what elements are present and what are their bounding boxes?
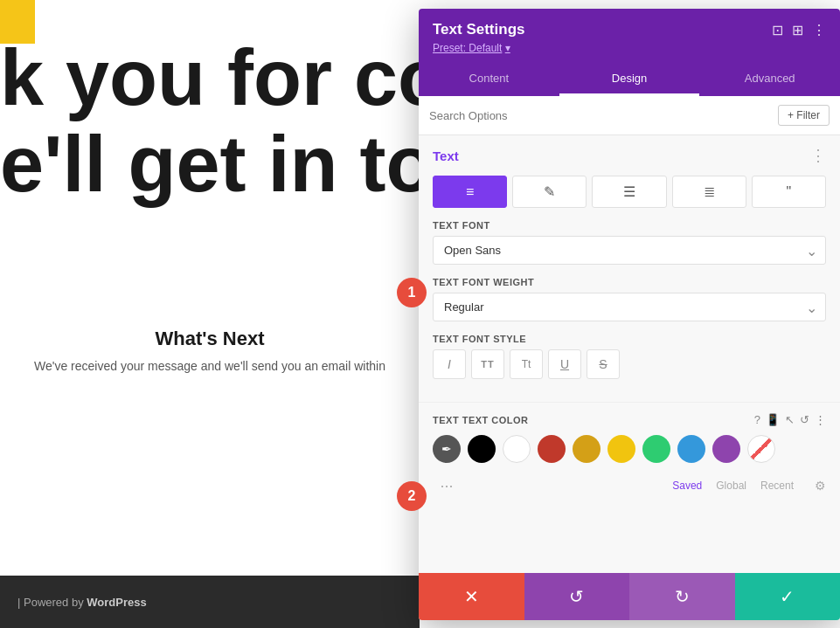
panel-header-top: Text Settings ⊡ ⊞ ⋮ bbox=[433, 21, 826, 38]
text-font-weight-group: Text Font Weight Thin Light Regular Medi… bbox=[433, 277, 826, 321]
footer-text: | Powered by WordPress bbox=[17, 596, 147, 609]
recent-tab[interactable]: Recent bbox=[760, 480, 794, 492]
color-cursor-icon[interactable]: ↖ bbox=[785, 413, 795, 426]
search-bar: + Filter bbox=[419, 96, 840, 135]
color-label: Text Text Color bbox=[433, 415, 529, 425]
whats-next-subtitle: We've received your message and we'll se… bbox=[17, 359, 402, 373]
step-badge-1: 1 bbox=[397, 278, 427, 307]
text-font-label: Text Font bbox=[433, 220, 826, 231]
swatch-black[interactable] bbox=[468, 435, 496, 463]
swatch-red[interactable] bbox=[538, 435, 566, 463]
swatch-purple[interactable] bbox=[712, 435, 740, 463]
cancel-button[interactable]: ✕ bbox=[419, 573, 524, 620]
step-badge-2: 2 bbox=[397, 481, 427, 511]
text-font-group: Text Font Open Sans Roboto Lato Montserr… bbox=[433, 220, 826, 265]
text-font-weight-select-wrapper: Thin Light Regular Medium Bold bbox=[433, 293, 826, 321]
settings-panel: Text Settings ⊡ ⊞ ⋮ Preset: Default ▾ Co… bbox=[419, 9, 840, 620]
color-undo-icon[interactable]: ↺ bbox=[800, 413, 809, 426]
panel-header-icons: ⊡ ⊞ ⋮ bbox=[772, 22, 826, 38]
text-font-weight-label: Text Font Weight bbox=[433, 277, 826, 287]
align-left-btn[interactable]: ≡ bbox=[433, 176, 507, 208]
panel-body: + Filter Text ⋮ ≡ ✎ ☰ ≣ " Text Font bbox=[419, 96, 840, 573]
global-tab[interactable]: Global bbox=[716, 480, 746, 492]
text-font-select[interactable]: Open Sans Roboto Lato Montserrat bbox=[433, 236, 826, 265]
color-settings-icon[interactable]: ⚙ bbox=[815, 479, 826, 493]
swatch-green[interactable] bbox=[642, 435, 670, 463]
swatch-yellow[interactable] bbox=[607, 435, 635, 463]
text-font-style-group: Text Font Style I TT Tt U S bbox=[433, 334, 826, 379]
undo-button[interactable]: ↺ bbox=[524, 573, 630, 620]
text-section: Text ⋮ ≡ ✎ ☰ ≣ " Text Font Open Sans Rob… bbox=[419, 135, 840, 402]
italic-btn[interactable]: I bbox=[433, 349, 466, 379]
eyedropper-icon: ✒ bbox=[441, 442, 452, 456]
tab-content[interactable]: Content bbox=[419, 63, 559, 96]
style-row: I TT Tt U S bbox=[433, 349, 826, 379]
swatch-gold[interactable] bbox=[573, 435, 600, 463]
strikethrough-btn[interactable]: S bbox=[587, 349, 620, 379]
saved-tab[interactable]: Saved bbox=[672, 480, 702, 492]
color-section: Text Text Color ? 📱 ↖ ↺ ⋮ ✒ bbox=[419, 402, 840, 510]
uppercase-btn[interactable]: TT bbox=[471, 349, 504, 379]
resize-icon[interactable]: ⊡ bbox=[772, 22, 783, 38]
text-font-style-label: Text Font Style bbox=[433, 334, 826, 344]
panel-preset[interactable]: Preset: Default ▾ bbox=[433, 42, 826, 54]
whats-next-title: What's Next bbox=[17, 328, 402, 350]
color-header-icons: ? 📱 ↖ ↺ ⋮ bbox=[754, 413, 826, 426]
panel-header: Text Settings ⊡ ⊞ ⋮ Preset: Default ▾ bbox=[419, 9, 840, 63]
panel-tabs: Content Design Advanced bbox=[419, 63, 840, 96]
list-btn[interactable]: ☰ bbox=[592, 176, 666, 208]
swatch-blue[interactable] bbox=[677, 435, 705, 463]
confirm-button[interactable]: ✓ bbox=[735, 573, 841, 620]
redo-button[interactable]: ↻ bbox=[629, 573, 735, 620]
swatch-striped[interactable] bbox=[747, 435, 775, 463]
section-title: Text bbox=[433, 148, 459, 163]
text-font-select-wrapper: Open Sans Roboto Lato Montserrat bbox=[433, 236, 826, 265]
tab-advanced[interactable]: Advanced bbox=[699, 63, 840, 96]
color-picker-btn[interactable]: ✒ bbox=[433, 435, 461, 463]
tab-design[interactable]: Design bbox=[559, 63, 700, 96]
color-footer: ··· Saved Global Recent ⚙ bbox=[433, 472, 826, 500]
color-header: Text Text Color ? 📱 ↖ ↺ ⋮ bbox=[433, 413, 826, 426]
color-help-icon[interactable]: ? bbox=[754, 413, 760, 426]
titlecase-btn[interactable]: Tt bbox=[510, 349, 543, 379]
color-mobile-icon[interactable]: 📱 bbox=[766, 413, 780, 426]
quote-btn[interactable]: " bbox=[752, 176, 826, 208]
more-swatches-btn[interactable]: ··· bbox=[433, 472, 461, 500]
columns-icon[interactable]: ⊞ bbox=[792, 22, 803, 38]
edit-btn[interactable]: ✎ bbox=[512, 176, 587, 208]
footer-bar: | Powered by WordPress bbox=[0, 576, 420, 628]
whats-next-section: What's Next We've received your message … bbox=[0, 328, 420, 373]
section-header: Text ⋮ bbox=[433, 146, 826, 165]
panel-title: Text Settings bbox=[433, 21, 524, 38]
icon-row: ≡ ✎ ☰ ≣ " bbox=[433, 176, 826, 208]
action-bar: ✕ ↺ ↻ ✓ bbox=[419, 573, 840, 620]
color-footer-tabs: Saved Global Recent ⚙ bbox=[672, 479, 826, 493]
more-options-icon[interactable]: ⋮ bbox=[812, 22, 826, 38]
color-swatches: ✒ bbox=[433, 435, 826, 463]
color-more-icon[interactable]: ⋮ bbox=[815, 413, 826, 426]
text-font-weight-select[interactable]: Thin Light Regular Medium Bold bbox=[433, 293, 826, 321]
section-more-icon[interactable]: ⋮ bbox=[810, 146, 826, 165]
underline-btn[interactable]: U bbox=[548, 349, 581, 379]
search-input[interactable] bbox=[429, 109, 771, 122]
ordered-list-btn[interactable]: ≣ bbox=[672, 176, 746, 208]
swatch-white[interactable] bbox=[503, 435, 531, 463]
filter-button[interactable]: + Filter bbox=[778, 105, 830, 126]
